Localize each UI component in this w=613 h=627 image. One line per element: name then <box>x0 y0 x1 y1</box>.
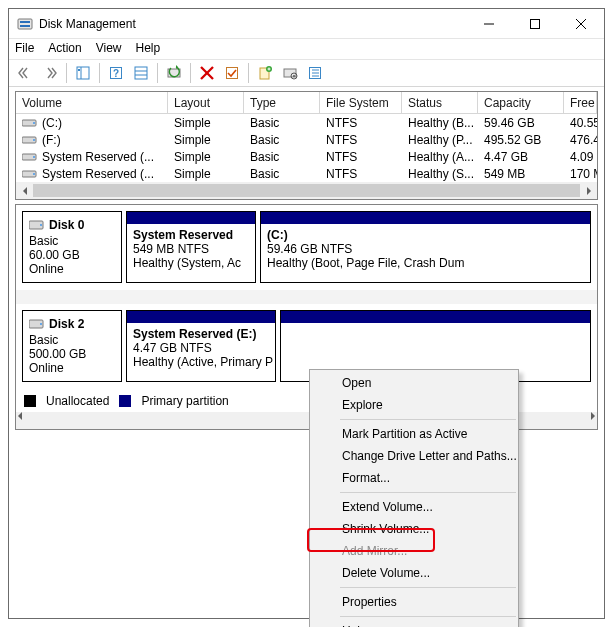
menu-item-format[interactable]: Format... <box>310 467 518 489</box>
partition-stripe <box>261 212 590 224</box>
disk-name: Disk 2 <box>49 317 84 331</box>
disk-name: Disk 0 <box>49 218 84 232</box>
scroll-left-icon[interactable] <box>16 182 33 199</box>
menu-separator <box>340 419 516 420</box>
menu-help[interactable]: Help <box>136 41 161 57</box>
svg-rect-41 <box>40 323 42 325</box>
menu-file[interactable]: File <box>15 41 34 57</box>
disk-size: 500.00 GB <box>29 347 115 361</box>
cell: 59.46 GB <box>478 116 564 130</box>
cell: 4.09 GB <box>564 150 597 164</box>
disk-status: Online <box>29 262 115 276</box>
volume-list-header: Volume Layout Type File System Status Ca… <box>16 92 597 114</box>
partition-name: System Reserved (E:) <box>133 327 269 341</box>
scroll-left-icon[interactable] <box>16 412 24 429</box>
cell: System Reserved (... <box>16 167 168 181</box>
close-button[interactable] <box>558 9 604 39</box>
cell: NTFS <box>320 133 402 147</box>
cell: Basic <box>244 116 320 130</box>
col-cap[interactable]: Capacity <box>478 92 564 114</box>
svg-rect-39 <box>40 224 42 226</box>
cell: Simple <box>168 116 244 130</box>
scroll-right-icon[interactable] <box>580 182 597 199</box>
menu-item-change-drive-letter-and-paths[interactable]: Change Drive Letter and Paths... <box>310 445 518 467</box>
scroll-thumb[interactable] <box>33 184 580 197</box>
menu-item-add-mirror: Add Mirror... <box>310 540 518 562</box>
menu-item-open[interactable]: Open <box>310 372 518 394</box>
delete-icon[interactable] <box>195 61 219 85</box>
volume-row[interactable]: (C:)SimpleBasicNTFSHealthy (B...59.46 GB… <box>16 114 597 131</box>
disk-icon <box>29 318 45 330</box>
forward-button[interactable] <box>38 61 62 85</box>
volume-list[interactable]: Volume Layout Type File System Status Ca… <box>15 91 598 200</box>
volume-row[interactable]: System Reserved (...SimpleBasicNTFSHealt… <box>16 165 597 182</box>
partition-stripe <box>127 311 275 323</box>
volume-list-scrollbar[interactable] <box>16 182 597 199</box>
cell: Basic <box>244 150 320 164</box>
action-icon[interactable] <box>278 61 302 85</box>
partition-name: (C:) <box>267 228 584 242</box>
col-layout[interactable]: Layout <box>168 92 244 114</box>
menu-item-help[interactable]: Help <box>310 620 518 627</box>
volume-icon <box>22 152 38 162</box>
cell: Simple <box>168 167 244 181</box>
cell: Healthy (B... <box>402 116 478 130</box>
cell: Basic <box>244 133 320 147</box>
menu-separator <box>340 587 516 588</box>
new-icon[interactable] <box>253 61 277 85</box>
volume-row[interactable]: System Reserved (...SimpleBasicNTFSHealt… <box>16 148 597 165</box>
col-fs[interactable]: File System <box>320 92 402 114</box>
menu-view[interactable]: View <box>96 41 122 57</box>
app-icon <box>17 16 33 32</box>
scroll-right-icon[interactable] <box>589 412 597 429</box>
cell: Healthy (A... <box>402 150 478 164</box>
cell: NTFS <box>320 167 402 181</box>
menu-item-properties[interactable]: Properties <box>310 591 518 613</box>
partition-stripe <box>127 212 255 224</box>
cell: NTFS <box>320 150 402 164</box>
svg-rect-4 <box>531 19 540 28</box>
cell: Simple <box>168 133 244 147</box>
back-button[interactable] <box>13 61 37 85</box>
col-status[interactable]: Status <box>402 92 478 114</box>
svg-rect-1 <box>20 25 30 27</box>
svg-rect-7 <box>77 67 89 79</box>
list-icon[interactable] <box>303 61 327 85</box>
menu-item-mark-partition-as-active[interactable]: Mark Partition as Active <box>310 423 518 445</box>
menu-item-explore[interactable]: Explore <box>310 394 518 416</box>
context-menu[interactable]: OpenExploreMark Partition as ActiveChang… <box>309 369 519 627</box>
check-icon[interactable] <box>220 61 244 85</box>
svg-rect-37 <box>33 173 35 175</box>
menu-item-extend-volume[interactable]: Extend Volume... <box>310 496 518 518</box>
cell: Basic <box>244 167 320 181</box>
partition-status: Healthy (System, Ac <box>133 256 249 270</box>
properties-icon[interactable] <box>129 61 153 85</box>
svg-rect-33 <box>33 139 35 141</box>
volume-row[interactable]: (F:)SimpleBasicNTFSHealthy (P...495.52 G… <box>16 131 597 148</box>
svg-rect-2 <box>20 21 30 23</box>
disk-size: 60.00 GB <box>29 248 115 262</box>
maximize-button[interactable] <box>512 9 558 39</box>
partition[interactable]: System Reserved549 MB NTFSHealthy (Syste… <box>126 211 256 283</box>
disk-label[interactable]: Disk 2Basic500.00 GBOnline <box>22 310 122 382</box>
col-free[interactable]: Free Sp... <box>564 92 597 114</box>
menu-item-delete-volume[interactable]: Delete Volume... <box>310 562 518 584</box>
disk-icon <box>29 219 45 231</box>
menu-item-shrink-volume[interactable]: Shrink Volume... <box>310 518 518 540</box>
legend-swatch-unallocated <box>24 395 36 407</box>
refresh-icon[interactable] <box>162 61 186 85</box>
partition[interactable]: System Reserved (E:)4.47 GB NTFSHealthy … <box>126 310 276 382</box>
show-hide-tree-icon[interactable] <box>71 61 95 85</box>
menu-action[interactable]: Action <box>48 41 81 57</box>
minimize-button[interactable] <box>466 9 512 39</box>
svg-rect-9 <box>78 69 80 71</box>
disk-label[interactable]: Disk 0Basic60.00 GBOnline <box>22 211 122 283</box>
legend-swatch-primary <box>119 395 131 407</box>
cell: (C:) <box>16 116 168 130</box>
menubar: File Action View Help <box>9 39 604 59</box>
svg-rect-0 <box>18 19 32 29</box>
col-volume[interactable]: Volume <box>16 92 168 114</box>
col-type[interactable]: Type <box>244 92 320 114</box>
partition[interactable]: (C:)59.46 GB NTFSHealthy (Boot, Page Fil… <box>260 211 591 283</box>
help-icon[interactable]: ? <box>104 61 128 85</box>
